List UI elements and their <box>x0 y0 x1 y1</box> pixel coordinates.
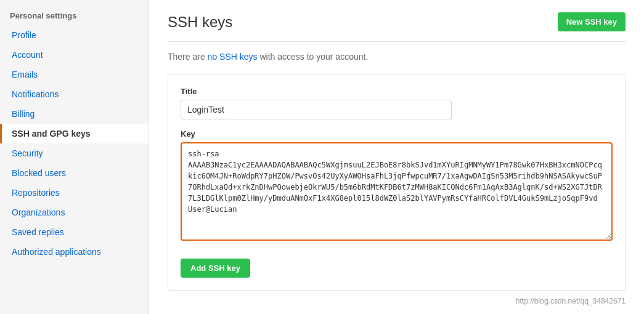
ssh-key-form: Title Key ssh-rsa AAAAB3NzaC1yc2EAAAADAQ… <box>168 74 626 291</box>
sidebar-item-notifications[interactable]: Notifications <box>0 84 149 104</box>
sidebar-item-ssh-gpg-keys[interactable]: SSH and GPG keys <box>0 124 149 143</box>
sidebar-title: Personal settings <box>0 6 149 25</box>
sidebar-item-organizations[interactable]: Organizations <box>0 203 149 222</box>
watermark: http://blog.csdn.net/qq_34842671 <box>168 297 626 305</box>
page-header: SSH keys New SSH key <box>168 12 626 31</box>
sidebar-item-billing[interactable]: Billing <box>0 104 149 124</box>
title-input[interactable] <box>181 100 452 119</box>
main-content: SSH keys New SSH key There are no SSH ke… <box>149 0 644 314</box>
title-group: Title <box>181 87 613 119</box>
sidebar-item-authorized-applications[interactable]: Authorized applications <box>0 242 149 262</box>
sidebar-item-repositories[interactable]: Repositories <box>0 183 149 203</box>
add-ssh-key-button[interactable]: Add SSH key <box>181 259 250 278</box>
sidebar-item-account[interactable]: Account <box>0 45 149 65</box>
sidebar-item-profile[interactable]: Profile <box>0 25 149 45</box>
header-divider <box>168 41 626 42</box>
key-textarea[interactable]: ssh-rsa AAAAB3NzaC1yc2EAAAADAQABAABAQc5W… <box>181 142 613 241</box>
title-label: Title <box>181 87 613 96</box>
sidebar-item-emails[interactable]: Emails <box>0 65 149 84</box>
new-ssh-key-button[interactable]: New SSH key <box>558 12 626 31</box>
info-highlight: no SSH keys <box>208 52 258 62</box>
sidebar-item-blocked-users[interactable]: Blocked users <box>0 163 149 183</box>
key-group: Key ssh-rsa AAAAB3NzaC1yc2EAAAADAQABAABA… <box>181 129 613 243</box>
page-title: SSH keys <box>168 14 232 31</box>
sidebar-item-security[interactable]: Security <box>0 143 149 163</box>
info-message: There are no SSH keys with access to you… <box>168 52 626 62</box>
key-label: Key <box>181 129 613 139</box>
sidebar: Personal settings ProfileAccountEmailsNo… <box>0 0 149 314</box>
sidebar-item-saved-replies[interactable]: Saved replies <box>0 222 149 242</box>
